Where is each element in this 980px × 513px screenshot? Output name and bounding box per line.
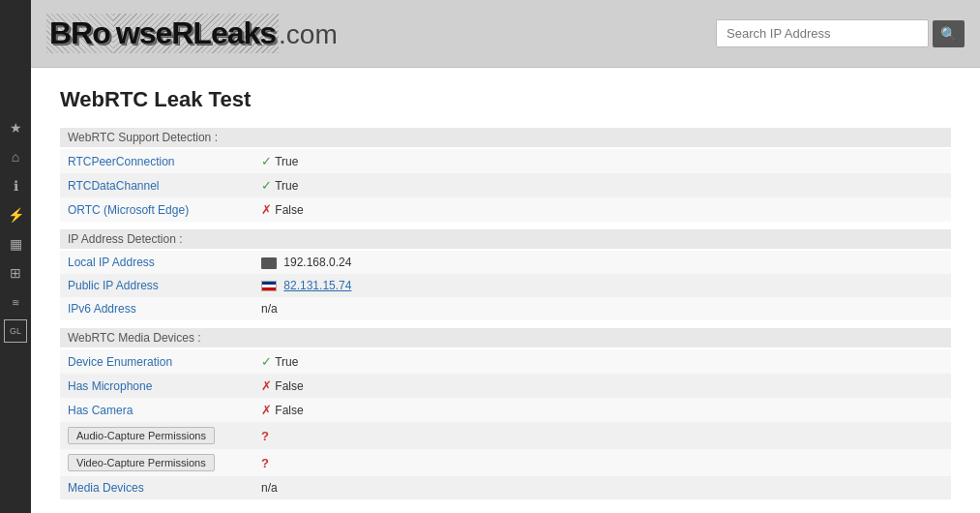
audio-capture-button[interactable]: Audio-Capture Permissions [68,427,215,444]
row-value: ? [253,422,951,449]
table-row: Has Microphone ✗ False [60,374,951,398]
row-key: Has Microphone [60,374,253,398]
value-text: True [275,179,298,193]
unknown-icon: ? [261,456,269,470]
check-icon-true: ✓ [261,154,272,168]
header: BRowseRLeaks.com 🔍 [31,0,980,68]
sidebar-icon-flash[interactable]: ▦ [4,232,27,256]
logo-text: BRo [46,14,113,53]
row-key: IPv6 Address [60,297,253,320]
value-text: n/a [261,481,278,495]
row-value: n/a [253,476,951,499]
sidebar: ★ ⌂ ℹ ⚡ ▦ ⊞ ≋ GL [0,0,31,513]
row-value: 82.131.15.74 [253,274,951,297]
value-text: False [275,404,303,417]
ip-link[interactable]: 82.131.15.74 [283,279,351,292]
check-icon-true: ✓ [261,178,272,193]
main-area: BRowseRLeaks.com 🔍 WebRTC Leak Test WebR… [31,0,980,513]
table-row: RTCPeerConnection ✓ True [60,149,951,173]
table-row: Has Camera ✗ False [60,398,951,422]
logo: BRowseRLeaks.com [46,14,338,53]
video-capture-button[interactable]: Video-Capture Permissions [68,454,215,471]
sidebar-icon-grid[interactable]: ⊞ [4,261,27,285]
row-value: ✗ False [253,398,951,422]
sidebar-icon-gl[interactable]: GL [4,319,27,343]
row-key: Public IP Address [60,274,253,297]
check-icon-false: ✗ [261,378,272,393]
table-row: Public IP Address 82.131.15.74 [60,274,951,297]
ip-detection-table: Local IP Address 192.168.0.24 Public IP … [60,251,951,320]
row-key: ORTC (Microsoft Edge) [60,197,253,222]
monitor-icon [261,257,277,269]
check-icon-false: ✗ [261,202,272,217]
row-value: ✗ False [253,374,951,398]
row-value: 192.168.0.24 [253,251,951,274]
table-row: Local IP Address 192.168.0.24 [60,251,951,274]
table-row: Video-Capture Permissions ? [60,449,951,476]
unknown-icon: ? [261,429,269,443]
row-key: Local IP Address [60,251,253,274]
search-container: 🔍 [716,19,965,47]
row-value: ✓ True [253,173,951,197]
table-row: RTCDataChannel ✓ True [60,173,951,197]
value-text: 192.168.0.24 [283,256,351,269]
sidebar-icon-steam[interactable]: ≋ [4,290,27,314]
row-key: Device Enumeration [60,349,253,374]
table-row: Audio-Capture Permissions ? [60,422,951,449]
sidebar-icon-lightning[interactable]: ⚡ [4,203,27,226]
check-icon-false: ✗ [261,403,272,417]
content-area: WebRTC Leak Test WebRTC Support Detectio… [31,68,980,513]
media-devices-table: Device Enumeration ✓ True Has Microphone… [60,349,951,499]
table-row: IPv6 Address n/a [60,297,951,320]
value-text: False [275,203,303,217]
webrtc-support-table: RTCPeerConnection ✓ True RTCDataChannel … [60,149,951,222]
row-value: ✓ True [253,149,951,173]
sidebar-icon-star[interactable]: ★ [4,116,27,139]
row-key: RTCPeerConnection [60,149,253,173]
section-label-webrtc-support: WebRTC Support Detection : [60,128,951,147]
table-row: Media Devices n/a [60,476,951,499]
section-label-media-devices: WebRTC Media Devices : [60,328,951,347]
table-row: ORTC (Microsoft Edge) ✗ False [60,197,951,222]
logo-domain: .com [279,19,338,50]
row-key: RTCDataChannel [60,173,253,197]
row-key: Audio-Capture Permissions [60,422,253,449]
value-text: False [275,379,303,393]
search-button[interactable]: 🔍 [933,20,965,47]
page-title: WebRTC Leak Test [60,87,951,112]
value-text: True [275,155,298,168]
row-value: ✗ False [253,197,951,222]
value-text: n/a [261,302,278,316]
flag-icon [261,281,277,291]
row-key: Video-Capture Permissions [60,449,253,476]
sidebar-icon-home[interactable]: ⌂ [4,145,27,168]
logo-text-2: wseRLeaks [113,14,279,53]
row-value: ✓ True [253,349,951,374]
row-key: Has Camera [60,398,253,422]
table-row: Device Enumeration ✓ True [60,349,951,374]
value-text: True [275,355,298,369]
section-label-ip-detection: IP Address Detection : [60,229,951,249]
check-icon-true: ✓ [261,354,272,369]
row-key: Media Devices [60,476,253,499]
row-value: n/a [253,297,951,320]
search-input[interactable] [716,19,929,47]
sidebar-icon-info[interactable]: ℹ [4,174,27,197]
row-value: ? [253,449,951,476]
